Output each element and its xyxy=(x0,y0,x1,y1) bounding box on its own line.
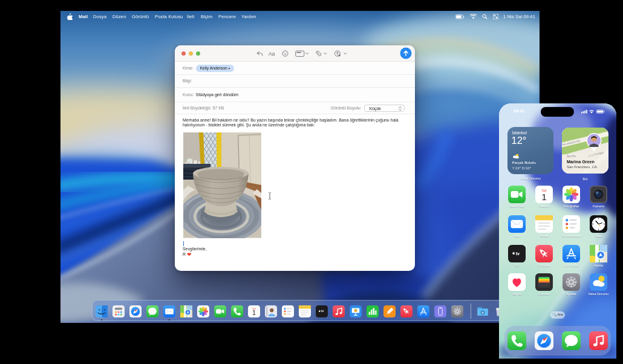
svg-text:Aa: Aa xyxy=(269,51,275,57)
